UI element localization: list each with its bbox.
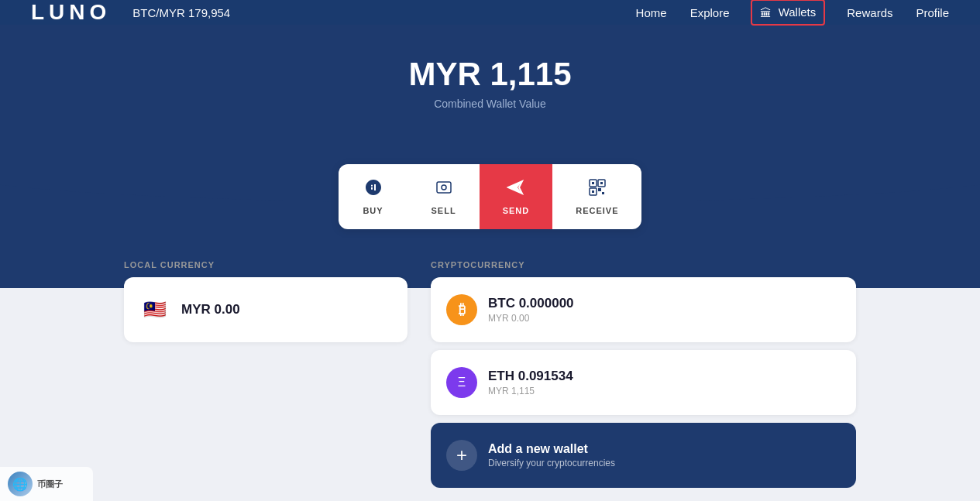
crypto-label: CRYPTOCURRENCY [431, 260, 856, 269]
main-content: LOCAL CURRENCY 🇲🇾 MYR 0.00 CRYPTOCURRENC… [0, 237, 980, 501]
svg-rect-9 [592, 190, 594, 193]
add-wallet-subtitle: Diversify your cryptocurrencies [488, 458, 615, 468]
watermark-text: 币圈子 [37, 479, 63, 490]
action-card: ₿ BUY SELL [339, 164, 642, 229]
sell-icon [435, 178, 453, 201]
myr-amount: MYR 0.00 [181, 302, 392, 317]
myr-wallet-card[interactable]: 🇲🇾 MYR 0.00 [124, 277, 407, 342]
logo: LUNO [31, 0, 111, 25]
svg-point-2 [442, 185, 446, 190]
add-wallet-title: Add a new wallet [488, 442, 615, 456]
send-button[interactable]: SEND [480, 164, 553, 229]
action-bar: ₿ BUY SELL [0, 164, 980, 229]
content-area: MYR 1,115 Combined Wallet Value ₿ BUY [0, 25, 980, 501]
hero-amount: MYR 1,115 [0, 56, 980, 93]
navbar: LUNO BTC/MYR 179,954 Home Explore 🏛 Wall… [0, 0, 980, 25]
watermark-logo: 🌐 [8, 472, 33, 496]
svg-rect-11 [602, 192, 604, 194]
send-label: SEND [503, 206, 530, 215]
eth-wallet-info: ETH 0.091534 MYR 1,115 [488, 369, 841, 396]
nav-home[interactable]: Home [636, 6, 667, 19]
send-icon [507, 178, 525, 201]
nav-links: Home Explore 🏛 Wallets Rewards Profile [636, 1, 949, 25]
nav-rewards[interactable]: Rewards [847, 6, 892, 19]
hero-subtitle: Combined Wallet Value [0, 98, 980, 110]
svg-rect-1 [437, 182, 451, 193]
btc-icon: ₿ [446, 294, 477, 325]
wallets-icon: 🏛 [760, 6, 772, 19]
nav-wallets[interactable]: 🏛 Wallets [752, 1, 824, 25]
myr-icon: 🇲🇾 [139, 294, 170, 325]
svg-text:₿: ₿ [369, 182, 374, 193]
crypto-section: CRYPTOCURRENCY ₿ BTC 0.000000 MYR 0.00 Ξ… [431, 260, 856, 488]
svg-marker-3 [508, 181, 522, 194]
buy-label: BUY [363, 206, 383, 215]
svg-rect-8 [600, 182, 603, 184]
receive-icon [588, 178, 607, 201]
sell-button[interactable]: SELL [408, 164, 480, 229]
buy-icon: ₿ [364, 178, 383, 201]
hero-section: MYR 1,115 Combined Wallet Value [0, 25, 980, 172]
add-wallet-card[interactable]: + Add a new wallet Diversify your crypto… [431, 423, 856, 488]
watermark: 🌐 币圈子 [0, 467, 93, 501]
eth-icon: Ξ [446, 367, 477, 398]
nav-explore[interactable]: Explore [690, 6, 730, 19]
myr-wallet-info: MYR 0.00 [181, 302, 392, 317]
btc-wallet-card[interactable]: ₿ BTC 0.000000 MYR 0.00 [431, 277, 856, 342]
receive-button[interactable]: RECEIVE [552, 164, 641, 229]
nav-profile[interactable]: Profile [916, 6, 949, 19]
receive-label: RECEIVE [576, 206, 618, 215]
eth-amount: ETH 0.091534 [488, 369, 841, 384]
add-wallet-icon: + [446, 440, 477, 471]
add-wallet-info: Add a new wallet Diversify your cryptocu… [488, 442, 615, 468]
btc-myr-value: MYR 0.00 [488, 313, 841, 324]
page-wrapper: LUNO BTC/MYR 179,954 Home Explore 🏛 Wall… [0, 0, 980, 501]
buy-button[interactable]: ₿ BUY [339, 164, 408, 229]
eth-myr-value: MYR 1,115 [488, 386, 841, 396]
local-currency-label: LOCAL CURRENCY [124, 260, 407, 269]
local-currency-section: LOCAL CURRENCY 🇲🇾 MYR 0.00 [124, 260, 407, 488]
sell-label: SELL [432, 206, 456, 215]
svg-rect-10 [598, 188, 601, 191]
eth-wallet-card[interactable]: Ξ ETH 0.091534 MYR 1,115 [431, 350, 856, 415]
btc-amount: BTC 0.000000 [488, 296, 841, 311]
btc-price: BTC/MYR 179,954 [132, 6, 230, 19]
btc-wallet-info: BTC 0.000000 MYR 0.00 [488, 296, 841, 324]
svg-rect-7 [592, 182, 594, 184]
